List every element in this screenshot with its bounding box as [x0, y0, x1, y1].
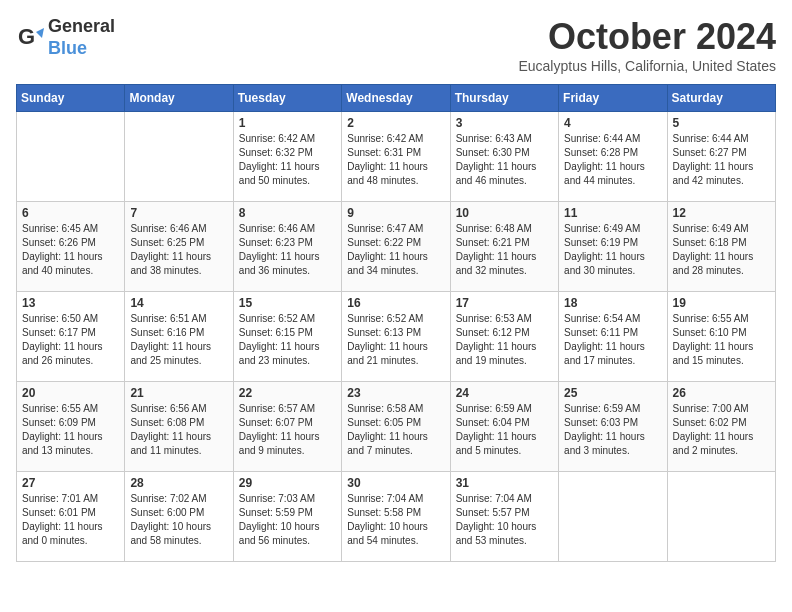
day-detail: Sunrise: 6:52 AM Sunset: 6:13 PM Dayligh… [347, 312, 444, 368]
page-header: G General Blue October 2024 Eucalyptus H… [16, 16, 776, 74]
calendar-cell [125, 112, 233, 202]
day-number: 10 [456, 206, 553, 220]
calendar-cell: 24Sunrise: 6:59 AM Sunset: 6:04 PM Dayli… [450, 382, 558, 472]
day-number: 4 [564, 116, 661, 130]
calendar-cell: 15Sunrise: 6:52 AM Sunset: 6:15 PM Dayli… [233, 292, 341, 382]
location: Eucalyptus Hills, California, United Sta… [518, 58, 776, 74]
calendar-cell: 31Sunrise: 7:04 AM Sunset: 5:57 PM Dayli… [450, 472, 558, 562]
day-detail: Sunrise: 6:59 AM Sunset: 6:03 PM Dayligh… [564, 402, 661, 458]
calendar-cell: 11Sunrise: 6:49 AM Sunset: 6:19 PM Dayli… [559, 202, 667, 292]
day-detail: Sunrise: 6:56 AM Sunset: 6:08 PM Dayligh… [130, 402, 227, 458]
calendar-cell: 4Sunrise: 6:44 AM Sunset: 6:28 PM Daylig… [559, 112, 667, 202]
weekday-header: Thursday [450, 85, 558, 112]
day-detail: Sunrise: 6:50 AM Sunset: 6:17 PM Dayligh… [22, 312, 119, 368]
day-number: 2 [347, 116, 444, 130]
calendar-cell: 26Sunrise: 7:00 AM Sunset: 6:02 PM Dayli… [667, 382, 775, 472]
calendar-cell: 17Sunrise: 6:53 AM Sunset: 6:12 PM Dayli… [450, 292, 558, 382]
day-detail: Sunrise: 6:58 AM Sunset: 6:05 PM Dayligh… [347, 402, 444, 458]
day-detail: Sunrise: 6:52 AM Sunset: 6:15 PM Dayligh… [239, 312, 336, 368]
day-detail: Sunrise: 6:42 AM Sunset: 6:32 PM Dayligh… [239, 132, 336, 188]
weekday-header: Friday [559, 85, 667, 112]
day-number: 9 [347, 206, 444, 220]
day-number: 22 [239, 386, 336, 400]
calendar-cell: 9Sunrise: 6:47 AM Sunset: 6:22 PM Daylig… [342, 202, 450, 292]
calendar-cell: 25Sunrise: 6:59 AM Sunset: 6:03 PM Dayli… [559, 382, 667, 472]
day-detail: Sunrise: 6:44 AM Sunset: 6:28 PM Dayligh… [564, 132, 661, 188]
calendar-cell: 23Sunrise: 6:58 AM Sunset: 6:05 PM Dayli… [342, 382, 450, 472]
day-number: 26 [673, 386, 770, 400]
calendar-cell: 20Sunrise: 6:55 AM Sunset: 6:09 PM Dayli… [17, 382, 125, 472]
day-number: 17 [456, 296, 553, 310]
day-number: 3 [456, 116, 553, 130]
day-number: 7 [130, 206, 227, 220]
day-number: 11 [564, 206, 661, 220]
svg-text:G: G [18, 24, 35, 49]
calendar-cell: 8Sunrise: 6:46 AM Sunset: 6:23 PM Daylig… [233, 202, 341, 292]
weekday-header: Tuesday [233, 85, 341, 112]
svg-marker-1 [36, 28, 44, 38]
day-number: 13 [22, 296, 119, 310]
day-detail: Sunrise: 7:03 AM Sunset: 5:59 PM Dayligh… [239, 492, 336, 548]
day-detail: Sunrise: 6:47 AM Sunset: 6:22 PM Dayligh… [347, 222, 444, 278]
month-title: October 2024 [518, 16, 776, 58]
calendar-cell: 14Sunrise: 6:51 AM Sunset: 6:16 PM Dayli… [125, 292, 233, 382]
day-detail: Sunrise: 6:46 AM Sunset: 6:25 PM Dayligh… [130, 222, 227, 278]
day-detail: Sunrise: 6:54 AM Sunset: 6:11 PM Dayligh… [564, 312, 661, 368]
day-number: 24 [456, 386, 553, 400]
day-detail: Sunrise: 6:45 AM Sunset: 6:26 PM Dayligh… [22, 222, 119, 278]
day-detail: Sunrise: 6:55 AM Sunset: 6:10 PM Dayligh… [673, 312, 770, 368]
day-number: 16 [347, 296, 444, 310]
day-detail: Sunrise: 7:04 AM Sunset: 5:57 PM Dayligh… [456, 492, 553, 548]
day-number: 21 [130, 386, 227, 400]
calendar-cell: 12Sunrise: 6:49 AM Sunset: 6:18 PM Dayli… [667, 202, 775, 292]
day-number: 29 [239, 476, 336, 490]
calendar: SundayMondayTuesdayWednesdayThursdayFrid… [16, 84, 776, 562]
day-detail: Sunrise: 6:43 AM Sunset: 6:30 PM Dayligh… [456, 132, 553, 188]
day-number: 30 [347, 476, 444, 490]
calendar-cell [667, 472, 775, 562]
day-detail: Sunrise: 6:49 AM Sunset: 6:18 PM Dayligh… [673, 222, 770, 278]
calendar-cell: 13Sunrise: 6:50 AM Sunset: 6:17 PM Dayli… [17, 292, 125, 382]
calendar-cell [559, 472, 667, 562]
day-number: 6 [22, 206, 119, 220]
day-number: 19 [673, 296, 770, 310]
day-detail: Sunrise: 7:04 AM Sunset: 5:58 PM Dayligh… [347, 492, 444, 548]
day-detail: Sunrise: 7:02 AM Sunset: 6:00 PM Dayligh… [130, 492, 227, 548]
calendar-week-row: 27Sunrise: 7:01 AM Sunset: 6:01 PM Dayli… [17, 472, 776, 562]
day-detail: Sunrise: 6:53 AM Sunset: 6:12 PM Dayligh… [456, 312, 553, 368]
day-number: 8 [239, 206, 336, 220]
calendar-week-row: 13Sunrise: 6:50 AM Sunset: 6:17 PM Dayli… [17, 292, 776, 382]
weekday-header: Wednesday [342, 85, 450, 112]
day-detail: Sunrise: 6:57 AM Sunset: 6:07 PM Dayligh… [239, 402, 336, 458]
day-detail: Sunrise: 6:42 AM Sunset: 6:31 PM Dayligh… [347, 132, 444, 188]
day-number: 15 [239, 296, 336, 310]
day-number: 12 [673, 206, 770, 220]
day-number: 28 [130, 476, 227, 490]
calendar-header-row: SundayMondayTuesdayWednesdayThursdayFrid… [17, 85, 776, 112]
logo-icon: G [16, 24, 44, 52]
calendar-cell: 10Sunrise: 6:48 AM Sunset: 6:21 PM Dayli… [450, 202, 558, 292]
calendar-cell: 29Sunrise: 7:03 AM Sunset: 5:59 PM Dayli… [233, 472, 341, 562]
weekday-header: Sunday [17, 85, 125, 112]
calendar-cell: 2Sunrise: 6:42 AM Sunset: 6:31 PM Daylig… [342, 112, 450, 202]
calendar-cell: 27Sunrise: 7:01 AM Sunset: 6:01 PM Dayli… [17, 472, 125, 562]
day-detail: Sunrise: 6:51 AM Sunset: 6:16 PM Dayligh… [130, 312, 227, 368]
day-number: 5 [673, 116, 770, 130]
calendar-cell: 28Sunrise: 7:02 AM Sunset: 6:00 PM Dayli… [125, 472, 233, 562]
calendar-cell: 3Sunrise: 6:43 AM Sunset: 6:30 PM Daylig… [450, 112, 558, 202]
calendar-cell: 6Sunrise: 6:45 AM Sunset: 6:26 PM Daylig… [17, 202, 125, 292]
day-number: 31 [456, 476, 553, 490]
title-area: October 2024 Eucalyptus Hills, Californi… [518, 16, 776, 74]
day-number: 25 [564, 386, 661, 400]
day-detail: Sunrise: 7:00 AM Sunset: 6:02 PM Dayligh… [673, 402, 770, 458]
calendar-cell [17, 112, 125, 202]
weekday-header: Saturday [667, 85, 775, 112]
calendar-cell: 22Sunrise: 6:57 AM Sunset: 6:07 PM Dayli… [233, 382, 341, 472]
day-number: 20 [22, 386, 119, 400]
day-detail: Sunrise: 6:59 AM Sunset: 6:04 PM Dayligh… [456, 402, 553, 458]
logo: G General Blue [16, 16, 115, 59]
calendar-cell: 16Sunrise: 6:52 AM Sunset: 6:13 PM Dayli… [342, 292, 450, 382]
day-detail: Sunrise: 6:44 AM Sunset: 6:27 PM Dayligh… [673, 132, 770, 188]
day-detail: Sunrise: 7:01 AM Sunset: 6:01 PM Dayligh… [22, 492, 119, 548]
day-number: 14 [130, 296, 227, 310]
